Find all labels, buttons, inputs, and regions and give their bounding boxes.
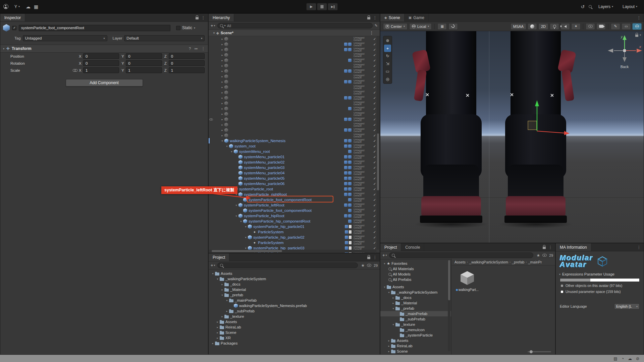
hierarchy-row[interactable]: ▾systemParticle_hip_componentRootUntagge… [209,219,380,224]
transform-tool-button[interactable]: ◎ [384,75,391,83]
tab-inspector[interactable]: Inspector [0,14,25,21]
foldout-icon[interactable]: ▾ [391,323,395,326]
scene-menu-icon[interactable]: ⋮ [370,31,374,35]
vector-field[interactable]: 0 [83,53,119,59]
hierarchy-row[interactable]: ▾systemMenu_rootUntaggedDefault✓ [209,149,380,154]
panel-menu-icon[interactable]: ⋮ [637,245,641,250]
lock-icon[interactable] [367,17,370,19]
hierarchy-vertical-scrollbar[interactable] [377,36,379,250]
foldout-icon[interactable]: ▸ [220,134,224,137]
effects-toggle-button[interactable]: ✦ [571,23,581,30]
foldout-icon[interactable]: ▸ [220,70,224,73]
project-tree-row[interactable]: ▾Assets [209,271,380,276]
project-tree-row[interactable]: ▾_walkingParticleSystem [209,276,380,282]
foldout-icon[interactable]: ▾ [3,47,4,50]
foldout-icon[interactable]: ▾ [382,262,387,265]
account-dropdown[interactable]: Y▾ [12,3,22,10]
foldout-icon[interactable]: ▾ [244,225,248,228]
hierarchy-row[interactable]: ▸UntaggedDefault✓ [209,63,380,68]
folder-column-scrollbar[interactable] [448,259,450,351]
tab-hierarchy[interactable]: Hierarchy [209,14,234,21]
orientation-mode-button[interactable]: Local▾ [409,23,432,30]
foldout-icon[interactable]: ▸ [387,350,391,353]
project-tree-row[interactable]: ▸XR [209,335,380,341]
hierarchy-row[interactable]: ▸UntaggedDefault✓ [209,133,380,138]
vector-field[interactable]: 1 [83,67,119,73]
foldout-icon[interactable]: ▸ [220,75,224,78]
undo-history-icon[interactable]: ↺ [581,4,585,9]
hierarchy-horizontal-scrollbar[interactable] [209,250,376,252]
gizmo-lock-icon[interactable] [635,35,638,37]
create-object-button[interactable]: +▾ [211,23,215,28]
hierarchy-row[interactable]: ▸UntaggedDefault✓ [209,79,380,84]
vector-field[interactable]: 0 [126,53,162,59]
create-asset-button[interactable]: +▾ [211,263,215,268]
lock-icon[interactable] [196,17,199,19]
favorite-item[interactable]: All Models [380,272,451,277]
vector-field[interactable]: 0 [169,60,205,66]
breadcrumb-segment[interactable]: Assets [454,260,466,264]
panel-menu-icon[interactable]: ⋮ [548,245,552,250]
2d-toggle-button[interactable]: 2D [538,23,548,30]
foldout-icon[interactable]: ▸ [220,288,224,291]
hierarchy-row[interactable]: ▸UntaggedDefault✓ [209,106,380,111]
project-tree-row[interactable]: ▸_texture [209,314,380,319]
project-tree-row[interactable]: ▸Scene [380,349,451,354]
favorite-item[interactable]: All Materials [380,266,451,272]
layer-dropdown[interactable]: Default▾ [124,35,205,41]
project-tree-row[interactable]: ▸Packages [209,341,380,346]
foldout-icon[interactable]: ▾ [391,307,395,310]
component-menu-icon[interactable]: ⋮ [201,46,205,51]
search-by-label-icon[interactable]: ★ [537,253,540,258]
hierarchy-row[interactable]: ▾systemParticle_hip_particle02UntaggedDe… [209,235,380,240]
gameobject-name-field[interactable]: systemParticle_foot_componentRoot [19,25,170,31]
hierarchy-row[interactable]: ▾walkingParticleSystem_NemesisUntaggedDe… [209,138,380,143]
hierarchy-row[interactable]: ▸UntaggedDefault✓ [209,47,380,52]
tag-dropdown[interactable]: Untagged▾ [23,35,107,41]
foldout-icon[interactable]: ▸ [220,86,224,89]
project-tree-row[interactable]: ▾Assets [380,284,451,290]
foldout-icon[interactable]: ▸ [220,54,224,57]
foldout-icon[interactable]: ▾ [225,299,229,302]
project-tree-row[interactable]: walkingParticleSystem_Nemesis.prefab [209,303,380,308]
vector-field[interactable]: 0 [83,60,119,66]
foldout-icon[interactable]: ▸ [220,48,224,51]
tab-project[interactable]: Project [209,253,229,261]
hierarchy-row[interactable]: ▾systemParticle_hipRootUntaggedDefault✓ [209,213,380,219]
lock-icon[interactable] [543,247,546,249]
foldout-icon[interactable]: ▸ [220,129,224,132]
hierarchy-row[interactable]: ▸UntaggedDefault✓ [209,122,380,127]
foldout-icon[interactable]: ▸ [387,339,391,342]
project-tree-row[interactable]: ▾_prefab [209,292,380,298]
lighting-toggle-button[interactable] [550,23,559,30]
foldout-icon[interactable]: ▾ [234,204,238,207]
active-checkbox[interactable] [12,26,16,30]
status-icon[interactable]: ▤ [613,356,617,361]
foldout-icon[interactable]: ▸ [220,315,224,318]
scene-picking-icon[interactable]: ✎ [375,23,378,28]
vector-field[interactable]: 0 [169,53,205,59]
foldout-icon[interactable]: ▸ [211,342,215,345]
account-icon[interactable] [3,4,8,9]
foldout-icon[interactable]: ▸ [220,113,224,116]
static-dropdown[interactable]: Static ▾ [176,25,195,30]
rect-tool-button[interactable]: ▭ [384,68,391,75]
editor-language-dropdown[interactable]: English (L▾ [614,303,640,309]
hierarchy-row[interactable]: ▸UntaggedDefault✓ [209,36,380,42]
foldout-icon[interactable]: ▸ [220,38,224,41]
foldout-icon[interactable]: ▸ [391,302,395,305]
hierarchy-row[interactable]: ▸UntaggedDefault✓ [209,68,380,74]
panel-menu-icon[interactable]: ⋮ [637,15,641,20]
hierarchy-row[interactable]: ▸UntaggedDefault✓ [209,95,380,101]
tab-project[interactable]: Project [380,243,401,251]
project-tree-row[interactable]: _mainPrefab [380,311,451,316]
hierarchy-row[interactable]: ▸UntaggedDefault✓ [209,74,380,79]
help-icon[interactable]: ? [189,47,191,51]
scene-header-row[interactable]: ▾ ◆ Scene* ⋮ [209,30,380,36]
foldout-icon[interactable]: ▸ [220,123,224,126]
visibility-eye-icon[interactable] [209,118,213,120]
hierarchy-row[interactable]: ✦ParticleSystemUntaggedDefault✓ [209,229,380,235]
project-tree-row[interactable]: ▸_subPrefab [209,308,380,314]
snap-increment-button[interactable] [448,23,458,30]
layers-dropdown[interactable]: Layers▾ [596,3,616,10]
